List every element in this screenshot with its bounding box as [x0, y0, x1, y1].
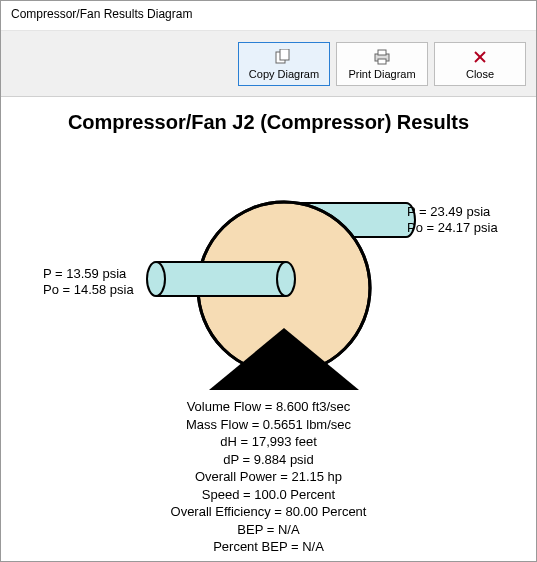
- close-label: Close: [466, 68, 494, 80]
- outlet-po: Po = 24.17 psia: [407, 220, 498, 236]
- result-dh: dH = 17,993 feet: [1, 433, 536, 451]
- svg-rect-14: [156, 262, 286, 296]
- page-title: Compressor/Fan J2 (Compressor) Results: [1, 97, 536, 138]
- result-overall-efficiency: Overall Efficiency = 80.00 Percent: [1, 503, 536, 521]
- result-bep: BEP = N/A: [1, 521, 536, 539]
- inlet-po: Po = 14.58 psia: [43, 282, 134, 298]
- inlet-labels: P = 13.59 psia Po = 14.58 psia: [43, 266, 134, 299]
- copy-diagram-button[interactable]: Copy Diagram: [238, 42, 330, 86]
- results-block: Volume Flow = 8.600 ft3/sec Mass Flow = …: [1, 398, 536, 556]
- window-title: Compressor/Fan Results Diagram: [11, 7, 192, 21]
- svg-rect-3: [378, 50, 386, 55]
- result-mass-flow: Mass Flow = 0.5651 lbm/sec: [1, 416, 536, 434]
- svg-point-17: [277, 262, 295, 296]
- compressor-diagram: P = 13.59 psia Po = 14.58 psia P = 23.49…: [1, 138, 536, 398]
- printer-icon: [372, 48, 392, 66]
- print-diagram-button[interactable]: Print Diagram: [336, 42, 428, 86]
- toolbar: Copy Diagram Print Diagram Close: [1, 31, 536, 97]
- svg-point-18: [147, 262, 165, 296]
- outlet-p: P = 23.49 psia: [407, 204, 498, 220]
- result-speed: Speed = 100.0 Percent: [1, 486, 536, 504]
- result-volume-flow: Volume Flow = 8.600 ft3/sec: [1, 398, 536, 416]
- result-overall-power: Overall Power = 21.15 hp: [1, 468, 536, 486]
- main-area: Compressor/Fan J2 (Compressor) Results P…: [1, 97, 536, 562]
- copy-icon: [274, 48, 294, 66]
- copy-diagram-label: Copy Diagram: [249, 68, 319, 80]
- result-percent-bep: Percent BEP = N/A: [1, 538, 536, 556]
- print-diagram-label: Print Diagram: [348, 68, 415, 80]
- inlet-p: P = 13.59 psia: [43, 266, 134, 282]
- close-icon: [473, 48, 487, 66]
- outlet-labels: P = 23.49 psia Po = 24.17 psia: [407, 204, 498, 237]
- svg-rect-4: [378, 59, 386, 64]
- result-dp: dP = 9.884 psid: [1, 451, 536, 469]
- close-button[interactable]: Close: [434, 42, 526, 86]
- window-titlebar: Compressor/Fan Results Diagram: [1, 1, 536, 31]
- svg-rect-1: [280, 49, 289, 60]
